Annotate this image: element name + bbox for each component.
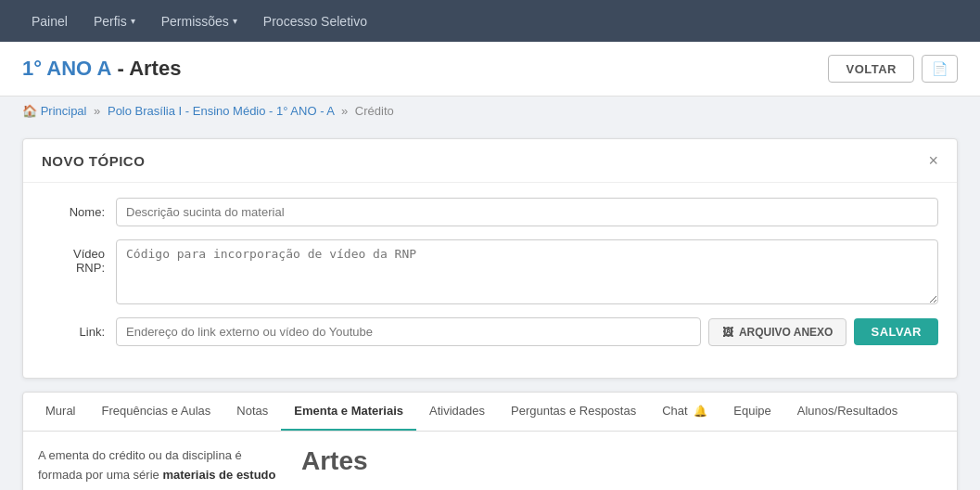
bell-icon: 🔔 (694, 405, 707, 418)
page-title: 1° ANO A - Artes (22, 57, 181, 81)
nome-label: Nome: (42, 198, 116, 219)
breadcrumb-polo[interactable]: Polo Brasília I - Ensino Médio - 1° ANO … (108, 104, 334, 118)
tabs-content: A ementa do crédito ou da disciplina é f… (23, 432, 957, 490)
document-button[interactable]: 📄 (922, 55, 958, 83)
nome-row: Nome: (42, 198, 938, 226)
tab-notas[interactable]: Notas (223, 393, 281, 432)
header-buttons: VOLTAR 📄 (828, 55, 958, 83)
link-label: Link: (42, 317, 116, 339)
content-title: Artes (301, 446, 942, 476)
chevron-down-icon: ▾ (233, 16, 237, 26)
close-button[interactable]: × (928, 152, 938, 169)
video-label: Vídeo RNP: (42, 239, 116, 275)
voltar-button[interactable]: VOLTAR (828, 55, 914, 83)
modal-body: Nome: Vídeo RNP: Link: 🖼 ARQUIVO ANEXO S… (23, 183, 957, 378)
content-description: A ementa do crédito ou da disciplina é f… (38, 446, 279, 490)
content-main: Artes (301, 446, 942, 490)
nav-perfis[interactable]: Perfis ▾ (81, 0, 148, 42)
nav-painel[interactable]: Painel (19, 0, 81, 42)
tab-ementa[interactable]: Ementa e Materiais (281, 393, 416, 432)
arquivo-button[interactable]: 🖼 ARQUIVO ANEXO (708, 318, 847, 346)
novo-topico-card: NOVO TÓPICO × Nome: Vídeo RNP: Link: 🖼 A… (22, 138, 958, 379)
salvar-button[interactable]: SALVAR (854, 318, 938, 345)
video-row: Vídeo RNP: (42, 239, 938, 304)
tab-equipe[interactable]: Equipe (720, 393, 783, 432)
image-icon: 🖼 (722, 326, 733, 339)
breadcrumb: 🏠 Principal » Polo Brasília I - Ensino M… (0, 97, 980, 125)
nome-input[interactable] (116, 198, 938, 226)
video-input[interactable] (116, 239, 938, 304)
page-header: 1° ANO A - Artes VOLTAR 📄 (0, 42, 980, 97)
home-icon: 🏠 (22, 104, 37, 118)
chevron-down-icon: ▾ (131, 16, 135, 26)
tab-frequencias[interactable]: Frequências e Aulas (89, 393, 224, 432)
modal-title: NOVO TÓPICO (42, 153, 145, 169)
document-icon: 📄 (932, 61, 948, 76)
link-input[interactable] (116, 317, 701, 346)
nav-permissoes[interactable]: Permissões ▾ (148, 0, 250, 42)
link-controls: 🖼 ARQUIVO ANEXO SALVAR (116, 317, 938, 346)
breadcrumb-home[interactable]: Principal (41, 104, 87, 118)
tab-atividades[interactable]: Atividades (416, 393, 498, 432)
tab-alunos[interactable]: Alunos/Resultados (784, 393, 910, 432)
nav-processo-seletivo[interactable]: Processo Seletivo (250, 0, 380, 42)
tabs-card: Mural Frequências e Aulas Notas Ementa e… (22, 392, 958, 490)
link-row: Link: 🖼 ARQUIVO ANEXO SALVAR (42, 317, 938, 346)
top-navigation: Painel Perfis ▾ Permissões ▾ Processo Se… (0, 0, 980, 42)
modal-header: NOVO TÓPICO × (23, 139, 957, 183)
breadcrumb-current: Crédito (355, 104, 394, 118)
tab-perguntas[interactable]: Perguntas e Respostas (498, 393, 649, 432)
tab-chat[interactable]: Chat 🔔 (649, 393, 720, 432)
tab-mural[interactable]: Mural (32, 393, 89, 432)
tabs-navigation: Mural Frequências e Aulas Notas Ementa e… (23, 393, 957, 432)
